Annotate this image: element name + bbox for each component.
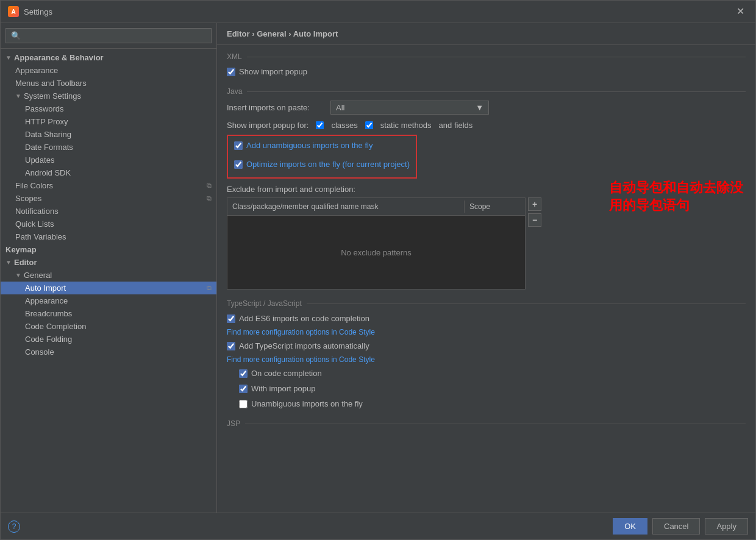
sidebar-item-label: Menus and Toolbars: [15, 79, 87, 88]
help-icon[interactable]: ?: [8, 520, 20, 533]
title-bar-left: A Settings: [8, 6, 52, 17]
with-import-popup-label: With import popup: [251, 384, 316, 393]
right-panel: Editor › General › Auto Import XML Show …: [217, 23, 755, 513]
optimize-imports-label: Optimize imports on the fly (for current…: [246, 160, 410, 169]
apply-button[interactable]: Apply: [705, 518, 748, 535]
chevron-down-icon: ▼: [476, 103, 483, 112]
unambiguous-imports-row: Unambiguous imports on the fly: [227, 398, 746, 410]
breadcrumb-sep1: ›: [252, 29, 257, 38]
code-style-link-2[interactable]: Code Style: [339, 355, 375, 364]
sidebar-item-android-sdk[interactable]: Android SDK: [1, 166, 216, 179]
sidebar-item-path-variables[interactable]: Path Variables: [1, 230, 216, 243]
add-unambiguous-row: Add unambiguous imports on the fly: [234, 140, 410, 151]
search-box: [1, 23, 216, 49]
sidebar-item-appearance[interactable]: Appearance: [1, 64, 216, 77]
add-exclude-button[interactable]: +: [528, 197, 541, 211]
find-config-1[interactable]: Find more configuration options in Code …: [227, 328, 746, 336]
sidebar-item-quick-lists[interactable]: Quick Lists: [1, 218, 216, 230]
sidebar-item-appearance-behavior[interactable]: ▼ Appearance & Behavior: [1, 51, 216, 64]
ok-button[interactable]: OK: [613, 518, 647, 535]
breadcrumb-auto-import: Auto Import: [293, 29, 338, 38]
add-typescript-checkbox[interactable]: [227, 342, 235, 350]
title-bar: A Settings ✕: [1, 1, 755, 23]
sidebar-item-label: Updates: [25, 155, 54, 165]
collapse-arrow: ▼: [5, 54, 12, 61]
exclude-table-body: No exclude patterns: [227, 216, 525, 289]
sidebar-item-label: Notifications: [15, 207, 59, 216]
sidebar-item-keymap[interactable]: Keymap: [1, 243, 216, 256]
typescript-section-label: TypeScript / JavaScript: [227, 299, 746, 308]
footer-buttons: OK Cancel Apply: [613, 518, 748, 535]
sidebar-item-appearance2[interactable]: Appearance: [1, 294, 216, 307]
sidebar-item-menus-toolbars[interactable]: Menus and Toolbars: [1, 77, 216, 90]
with-import-popup-checkbox[interactable]: [239, 385, 248, 393]
sidebar-item-label: Console: [25, 347, 54, 357]
add-typescript-label: Add TypeScript imports automatically: [239, 341, 369, 350]
typescript-section: TypeScript / JavaScript Add ES6 imports …: [227, 299, 746, 410]
sidebar-item-date-formats[interactable]: Date Formats: [1, 141, 216, 154]
sidebar-item-general[interactable]: ▼ General: [1, 269, 216, 282]
search-input[interactable]: [5, 28, 212, 43]
add-es6-row: Add ES6 imports on code completion: [227, 313, 746, 324]
optimize-imports-checkbox[interactable]: [234, 160, 243, 169]
sidebar-item-label: Appearance: [15, 66, 58, 75]
sidebar-item-system-settings[interactable]: ▼ System Settings: [1, 90, 216, 102]
on-code-completion-checkbox[interactable]: [239, 369, 248, 378]
sidebar-item-data-sharing[interactable]: Data Sharing: [1, 128, 216, 141]
sidebar-item-console[interactable]: Console: [1, 346, 216, 358]
sidebar-item-label: Scopes: [15, 194, 41, 203]
sidebar-item-label: HTTP Proxy: [25, 117, 68, 126]
sidebar-item-scopes[interactable]: Scopes ⧉: [1, 192, 216, 205]
find-config-2[interactable]: Find more configuration options in Code …: [227, 355, 746, 364]
and-fields-label: and fields: [439, 121, 473, 130]
sidebar-item-code-folding[interactable]: Code Folding: [1, 333, 216, 346]
sidebar-item-label: Quick Lists: [15, 219, 54, 229]
sidebar-item-editor[interactable]: ▼ Editor: [1, 256, 216, 269]
sidebar-item-breadcrumbs[interactable]: Breadcrumbs: [1, 307, 216, 320]
sidebar-item-notifications[interactable]: Notifications: [1, 205, 216, 218]
classes-checkbox[interactable]: [316, 121, 324, 129]
dropdown-value: All: [336, 103, 344, 112]
jsp-section-label: JSP: [227, 419, 746, 428]
with-import-popup-row: With import popup: [227, 383, 746, 394]
sidebar-item-code-completion[interactable]: Code Completion: [1, 320, 216, 333]
sidebar-item-label: System Settings: [24, 91, 81, 101]
cancel-button[interactable]: Cancel: [652, 518, 700, 535]
classes-label: classes: [331, 121, 357, 130]
add-es6-label: Add ES6 imports on code completion: [239, 314, 369, 323]
static-methods-checkbox[interactable]: [365, 121, 373, 129]
on-code-completion-label: On code completion: [251, 369, 322, 378]
add-unambiguous-checkbox[interactable]: [234, 141, 243, 150]
insert-imports-row: Insert imports on paste: All ▼: [227, 101, 746, 115]
sidebar-item-auto-import[interactable]: Auto Import ⧉: [1, 282, 216, 294]
exclude-col-scope: Scope: [464, 201, 525, 213]
exclude-table: Class/package/member qualified name mask…: [227, 197, 526, 290]
sidebar-item-label: Passwords: [25, 104, 64, 113]
sidebar-item-passwords[interactable]: Passwords: [1, 102, 216, 115]
unambiguous-imports-checkbox[interactable]: [239, 400, 248, 408]
add-typescript-row: Add TypeScript imports automatically: [227, 340, 746, 352]
breadcrumb-editor: Editor: [227, 29, 250, 38]
sidebar-item-label: Appearance: [25, 296, 68, 305]
main-content: ▼ Appearance & Behavior Appearance Menus…: [1, 23, 755, 513]
copy-icon: ⧉: [207, 284, 212, 292]
sidebar-item-http-proxy[interactable]: HTTP Proxy: [1, 115, 216, 128]
sidebar-item-label: Breadcrumbs: [25, 309, 72, 318]
sidebar-item-updates[interactable]: Updates: [1, 154, 216, 166]
code-style-link-1[interactable]: Code Style: [339, 328, 375, 336]
on-code-completion-row: On code completion: [227, 368, 746, 379]
sidebar-item-file-colors[interactable]: File Colors ⧉: [1, 179, 216, 192]
close-button[interactable]: ✕: [733, 5, 748, 18]
sidebar-item-label: Path Variables: [15, 232, 66, 241]
unambiguous-imports-label: Unambiguous imports on the fly: [251, 399, 363, 408]
footer-bar: ? OK Cancel Apply: [1, 513, 755, 539]
remove-exclude-button[interactable]: −: [528, 213, 541, 227]
java-section-label: Java: [227, 87, 746, 96]
breadcrumb-general: General: [257, 29, 286, 38]
add-unambiguous-label: Add unambiguous imports on the fly: [246, 141, 373, 150]
sidebar-item-label: Editor: [14, 258, 37, 267]
insert-imports-dropdown[interactable]: All ▼: [330, 101, 489, 115]
xml-show-popup-checkbox[interactable]: [227, 68, 235, 76]
sidebar-item-label: Android SDK: [25, 168, 71, 177]
add-es6-checkbox[interactable]: [227, 314, 235, 323]
